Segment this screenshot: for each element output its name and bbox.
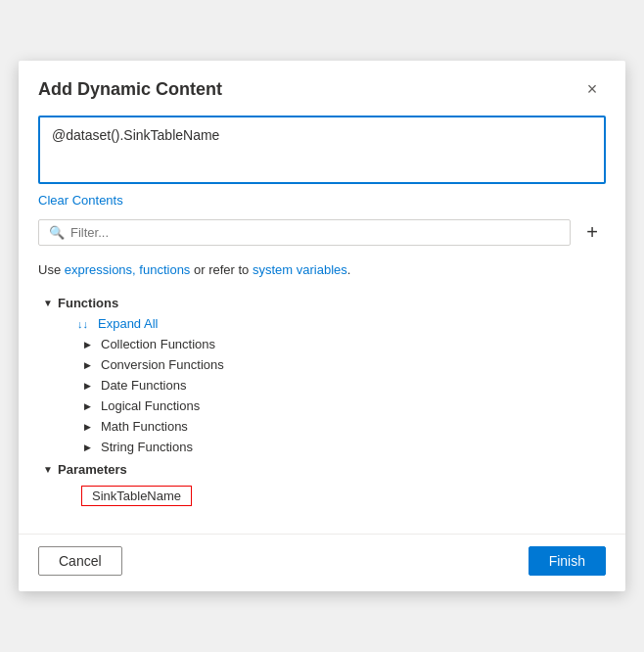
logical-functions-item[interactable]: ▶ Logical Functions xyxy=(38,396,606,416)
close-button[interactable]: × xyxy=(578,76,606,104)
expand-all-icon: ↓↓ xyxy=(77,318,88,330)
date-functions-arrow: ▶ xyxy=(77,381,97,391)
date-functions-label: Date Functions xyxy=(101,378,186,393)
add-button[interactable]: + xyxy=(578,219,606,247)
math-functions-label: Math Functions xyxy=(101,419,188,434)
expressions-functions-link[interactable]: expressions, functions xyxy=(65,262,191,277)
dialog-title: Add Dynamic Content xyxy=(38,79,222,100)
math-functions-item[interactable]: ▶ Math Functions xyxy=(38,416,606,437)
filter-input[interactable] xyxy=(70,225,560,240)
search-icon: 🔍 xyxy=(49,225,65,240)
expand-all-item[interactable]: ↓↓ Expand All xyxy=(38,313,606,334)
info-suffix: . xyxy=(347,262,351,277)
date-functions-item[interactable]: ▶ Date Functions xyxy=(38,375,606,396)
info-prefix: Use xyxy=(38,262,65,277)
tree-section: ▼ Functions ↓↓ Expand All ▶ Collection F… xyxy=(38,293,606,510)
add-dynamic-content-dialog: Add Dynamic Content × @dataset().SinkTab… xyxy=(19,61,625,592)
cancel-button[interactable]: Cancel xyxy=(38,546,122,576)
search-row: 🔍 + xyxy=(38,219,606,247)
parameters-collapse-arrow[interactable]: ▼ xyxy=(38,464,58,475)
info-text: Use expressions, functions or refer to s… xyxy=(38,260,606,280)
string-functions-arrow: ▶ xyxy=(77,442,97,452)
functions-collapse-arrow[interactable]: ▼ xyxy=(38,298,58,308)
dialog-body: @dataset().SinkTableName Clear Contents … xyxy=(19,116,625,527)
info-middle: or refer to xyxy=(190,262,253,277)
functions-label: Functions xyxy=(58,296,118,310)
functions-header: ▼ Functions xyxy=(38,293,606,313)
finish-button[interactable]: Finish xyxy=(529,546,606,576)
collection-functions-label: Collection Functions xyxy=(101,337,215,351)
sink-table-name-param[interactable]: SinkTableName xyxy=(81,486,192,506)
search-wrapper: 🔍 xyxy=(38,219,571,246)
parameters-label: Parameters xyxy=(58,462,127,477)
collection-functions-arrow: ▶ xyxy=(77,340,97,349)
conversion-functions-label: Conversion Functions xyxy=(101,357,224,372)
parameters-section: ▼ Parameters SinkTableName xyxy=(38,459,606,510)
expand-all-link[interactable]: Expand All xyxy=(98,316,158,331)
clear-contents-link[interactable]: Clear Contents xyxy=(38,193,123,208)
logical-functions-label: Logical Functions xyxy=(101,398,200,413)
dialog-footer: Cancel Finish xyxy=(19,534,625,591)
collection-functions-item[interactable]: ▶ Collection Functions xyxy=(38,334,606,354)
parameters-header: ▼ Parameters xyxy=(38,459,606,480)
math-functions-arrow: ▶ xyxy=(77,422,97,432)
logical-functions-arrow: ▶ xyxy=(77,401,97,411)
conversion-functions-arrow: ▶ xyxy=(77,360,97,370)
conversion-functions-item[interactable]: ▶ Conversion Functions xyxy=(38,354,606,375)
dialog-header: Add Dynamic Content × xyxy=(19,61,625,116)
expression-input[interactable]: @dataset().SinkTableName xyxy=(38,116,606,184)
system-variables-link[interactable]: system variables xyxy=(253,262,347,277)
string-functions-label: String Functions xyxy=(101,440,193,454)
string-functions-item[interactable]: ▶ String Functions xyxy=(38,437,606,457)
parameters-items: SinkTableName xyxy=(38,484,606,510)
